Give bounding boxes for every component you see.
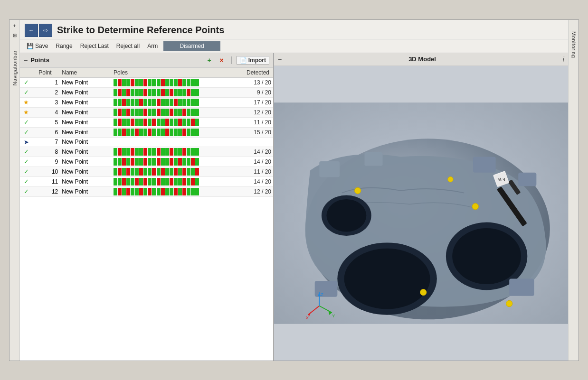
table-row[interactable]: ✓12New Point12 / 20 — [20, 186, 273, 196]
point-detected: 12 / 20 — [234, 186, 273, 196]
table-row[interactable]: ✓9New Point14 / 20 — [20, 157, 273, 167]
svg-point-3 — [344, 248, 430, 309]
status-check-icon: ✓ — [22, 178, 30, 185]
svg-rect-10 — [473, 157, 496, 172]
status-check-icon: ✓ — [22, 129, 30, 136]
import-label: Import — [248, 57, 266, 64]
status-arrow-icon: ➤ — [22, 139, 30, 146]
status-check-icon: ✓ — [22, 158, 30, 165]
left-navigationbar: + ⊞ Navigationbar — [9, 20, 20, 361]
svg-rect-11 — [518, 172, 536, 186]
reject-last-button[interactable]: Reject Last — [78, 42, 111, 50]
collapse-model-icon[interactable]: − — [278, 56, 282, 63]
svg-point-21 — [472, 203, 478, 209]
svg-rect-9 — [364, 152, 382, 166]
reject-all-button[interactable]: Reject all — [114, 42, 142, 50]
table-row[interactable]: ✓6New Point15 / 20 — [20, 127, 273, 137]
separator — [231, 56, 232, 64]
outer-wrapper: + ⊞ Navigationbar Monitoring ← ⇨ Strike … — [0, 0, 588, 380]
point-number: 11 — [37, 176, 60, 186]
nav-plus-icon[interactable]: + — [10, 22, 19, 30]
point-number: 1 — [37, 77, 60, 87]
arm-label: Arm — [147, 43, 158, 49]
table-row[interactable]: ✓5New Point11 / 20 — [20, 117, 273, 127]
main-content: ← ⇨ Strike to Determine Reference Points… — [20, 20, 568, 361]
svg-point-5 — [452, 228, 521, 284]
col-point: Point — [37, 68, 60, 78]
model-3d-area[interactable]: N Y — [274, 66, 568, 361]
point-detected: 12 / 20 — [234, 107, 273, 117]
point-detected: 11 / 20 — [234, 167, 273, 176]
table-row[interactable]: ★3New Point17 / 20 — [20, 97, 273, 107]
status-check-icon: ✓ — [22, 119, 30, 126]
status-check-icon: ✓ — [22, 188, 30, 195]
disarmed-status-button[interactable]: Disarmed — [163, 41, 220, 51]
point-name: New Point — [60, 167, 112, 176]
range-button[interactable]: Range — [54, 42, 74, 50]
forward-button[interactable]: ⇨ — [39, 24, 52, 37]
points-panel-title: Points — [30, 56, 201, 64]
collapse-points-icon[interactable]: − — [24, 56, 28, 64]
point-detected: 15 / 20 — [234, 127, 273, 137]
point-detected: 9 / 20 — [234, 87, 273, 97]
status-check-icon: ✓ — [22, 168, 30, 175]
point-number: 3 — [37, 97, 60, 107]
point-poles — [112, 107, 234, 117]
point-number: 7 — [37, 137, 60, 147]
col-name: Name — [60, 68, 112, 78]
table-header-row: Point Name Poles Detected — [20, 68, 273, 78]
status-star-icon: ★ — [22, 109, 30, 116]
table-row[interactable]: ➤7New Point — [20, 137, 273, 147]
point-name: New Point — [60, 117, 112, 127]
point-poles — [112, 137, 234, 147]
point-poles — [112, 77, 234, 87]
app-window: + ⊞ Navigationbar Monitoring ← ⇨ Strike … — [9, 19, 579, 361]
point-poles — [112, 87, 234, 97]
point-detected — [234, 137, 273, 147]
back-button[interactable]: ← — [25, 24, 38, 37]
svg-point-7 — [326, 199, 366, 232]
save-label: Save — [35, 43, 48, 49]
page-title: Strike to Determine Reference Points — [57, 25, 224, 36]
table-row[interactable]: ✓1New Point13 / 20 — [20, 77, 273, 87]
remove-point-button[interactable]: × — [217, 56, 227, 65]
nav-grid-icon[interactable]: ⊞ — [10, 31, 19, 40]
point-number: 9 — [37, 157, 60, 167]
point-number: 12 — [37, 186, 60, 196]
col-poles: Poles — [112, 68, 234, 78]
point-name: New Point — [60, 186, 112, 196]
svg-rect-12 — [315, 281, 338, 297]
point-poles — [112, 157, 234, 167]
import-button[interactable]: 📄 Import — [237, 56, 269, 65]
reject-all-label: Reject all — [116, 43, 140, 49]
table-row[interactable]: ✓2New Point9 / 20 — [20, 87, 273, 97]
point-name: New Point — [60, 157, 112, 167]
col-status — [20, 68, 37, 78]
info-icon[interactable]: i — [563, 56, 564, 63]
import-icon: 📄 — [240, 57, 247, 64]
nav-label: Navigationbar — [12, 50, 18, 85]
point-name: New Point — [60, 87, 112, 97]
point-detected: 14 / 20 — [234, 147, 273, 157]
point-number: 8 — [37, 147, 60, 157]
arm-button[interactable]: Arm — [145, 42, 160, 50]
svg-rect-13 — [509, 278, 534, 296]
table-row[interactable]: ✓10New Point11 / 20 — [20, 167, 273, 176]
point-name: New Point — [60, 147, 112, 157]
table-row[interactable]: ✓8New Point14 / 20 — [20, 147, 273, 157]
point-number: 6 — [37, 127, 60, 137]
point-name: New Point — [60, 176, 112, 186]
model-svg: N Y — [274, 66, 568, 361]
panels: − Points + × 📄 Import — [20, 53, 568, 361]
table-row[interactable]: ★4New Point12 / 20 — [20, 107, 273, 117]
points-panel: − Points + × 📄 Import — [20, 53, 274, 361]
save-button[interactable]: 💾 Save — [25, 42, 50, 50]
points-table: Point Name Poles Detected ✓1New Point13 … — [20, 68, 273, 197]
point-name: New Point — [60, 97, 112, 107]
add-point-button[interactable]: + — [205, 56, 214, 65]
reject-last-label: Reject Last — [80, 43, 109, 49]
status-check-icon: ✓ — [22, 148, 30, 155]
status-check-icon: ✓ — [22, 89, 30, 96]
table-row[interactable]: ✓11New Point14 / 20 — [20, 176, 273, 186]
point-detected: 17 / 20 — [234, 97, 273, 107]
